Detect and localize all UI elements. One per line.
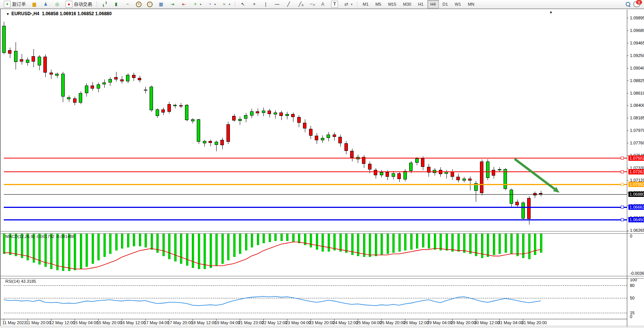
signals-icon-button[interactable]: ◎ xyxy=(52,0,62,9)
timeframe-m5[interactable]: M5 xyxy=(372,0,384,8)
horizontal-line-icon: — xyxy=(274,1,280,7)
auto-scroll-icon-button[interactable]: ⇥ xyxy=(167,0,178,9)
autotrading-button-button[interactable]: ●自动交易 xyxy=(63,0,94,9)
collapse-arrow-icon[interactable]: ▼ xyxy=(6,12,10,16)
new-chart-icon-dropdown[interactable]: ▾ xyxy=(200,3,201,6)
zoom-out-icon-button[interactable]: − xyxy=(145,0,155,9)
bar-chart-icon-button[interactable]: ╻╹ xyxy=(99,0,110,9)
arrows-icon-dropdown[interactable]: ▾ xyxy=(351,3,352,6)
price-tick xyxy=(627,68,628,68)
toolbar-separator xyxy=(357,1,357,7)
price-tick xyxy=(627,105,628,106)
timeframe-d1[interactable]: D1 xyxy=(440,0,451,8)
chart-window[interactable]: ▼EURUSD-,H4 1.06858 1.06916 1.06852 1.06… xyxy=(0,9,644,326)
fibonacci-icon-button[interactable]: ┄F xyxy=(306,0,317,9)
price-tick xyxy=(627,118,628,118)
gold-icon-button[interactable]: ▆ xyxy=(29,0,40,9)
text-label-icon-button[interactable]: T xyxy=(329,0,340,9)
period-icon-dropdown[interactable]: ▾ xyxy=(214,3,216,6)
time-tick-label: 12 May 12:00 xyxy=(49,320,75,325)
time-tick-label: 31 May 20:00 xyxy=(521,320,547,325)
candlestick-chart-icon-button[interactable]: ▮ xyxy=(111,0,121,9)
time-tick-label: 29 May 20:00 xyxy=(451,320,476,325)
tile-windows-icon-button[interactable]: ▦ xyxy=(156,0,166,9)
cursor-icon-button[interactable]: ↖ xyxy=(238,0,248,9)
rsi-axis-label-100: 100 xyxy=(629,277,637,282)
signals-icon: ◎ xyxy=(54,1,60,7)
new-order-button-button[interactable]: +新订单 xyxy=(2,0,28,9)
horizontal-line-icon-button[interactable]: — xyxy=(272,0,282,9)
chat-icon[interactable]: 1 xyxy=(633,1,640,7)
zoom-out-icon: − xyxy=(147,2,153,7)
text-icon-button[interactable]: A xyxy=(317,0,328,9)
text-icon: A xyxy=(320,1,326,7)
timeframe-m1[interactable]: M1 xyxy=(360,0,371,8)
rsi-axis-label-0: 0 xyxy=(629,314,632,319)
timeframe-m15[interactable]: M15 xyxy=(385,0,399,8)
search-icon[interactable] xyxy=(626,2,630,6)
price-tick-label: 1.08610 xyxy=(629,91,644,95)
time-tick-label: 15 May 20:00 xyxy=(97,320,122,325)
indicators-icon: ≈ xyxy=(221,1,227,7)
timeframe-m30[interactable]: M30 xyxy=(400,0,414,8)
candlestick-chart-icon: ▮ xyxy=(113,1,119,7)
indicators-icon-dropdown[interactable]: ▾ xyxy=(229,3,230,6)
new-order-button-label: 新订单 xyxy=(12,1,26,8)
macd-min-label: -0.003666 xyxy=(629,271,644,276)
time-tick-label: 11 May 2023 xyxy=(2,320,26,325)
timeframe-h4[interactable]: H4 xyxy=(427,0,439,8)
vertical-line-icon-button[interactable]: | xyxy=(260,0,271,9)
new-order-button: + xyxy=(4,1,11,8)
price-tick-label: 1.07970 xyxy=(629,128,644,133)
price-tick xyxy=(627,130,628,131)
crosshair-icon-button[interactable]: + xyxy=(249,0,260,9)
price-tick-label: 1.09250 xyxy=(629,53,644,58)
rsi-axis-label-50: 50 xyxy=(629,296,634,300)
autotrading-button: ● xyxy=(65,1,72,8)
indicators-icon-button[interactable]: ≈▾ xyxy=(219,0,233,9)
time-axis-line xyxy=(1,319,627,319)
chart-title: ▼EURUSD-,H4 1.06858 1.06916 1.06852 1.06… xyxy=(6,11,112,16)
arrows-icon-button[interactable]: ⇄▾ xyxy=(341,0,355,9)
channel-icon-button[interactable]: ╱E xyxy=(295,0,305,9)
price-tick-label: 1.09465 xyxy=(629,41,644,45)
chart-shift-icon-button[interactable]: ⇤ xyxy=(179,0,189,9)
main-toolbar: +新订单▆♟◎●自动交易╻╹▮~+−▦⇥⇤+▾◔▾≈▾↖+|—╱╱E┄FAT⇄▾… xyxy=(0,0,644,9)
zoom-in-icon-button[interactable]: + xyxy=(134,0,144,9)
expert-advisor-icon: ♟ xyxy=(43,1,49,7)
timeframe-mn[interactable]: MN xyxy=(465,0,477,8)
channel-icon: ╱E xyxy=(297,1,303,7)
toolbar-right: 1 xyxy=(626,1,642,7)
chart-ohlc-values: 1.06858 1.06916 1.06852 1.06880 xyxy=(42,11,112,16)
pane-separator-1[interactable] xyxy=(1,231,644,234)
new-chart-icon-button[interactable]: +▾ xyxy=(190,0,204,9)
autotrading-button-label: 自动交易 xyxy=(74,1,92,8)
time-tick-label: 18 May 12:00 xyxy=(191,320,217,325)
fibonacci-icon-sub: F xyxy=(313,2,315,8)
resistance-line-1-price-label: 1.07502 xyxy=(628,155,644,161)
timeframe-h1[interactable]: H1 xyxy=(415,0,426,8)
price-tick-label: 1.09040 xyxy=(629,66,644,70)
timeframe-w1[interactable]: W1 xyxy=(452,0,464,8)
price-tick xyxy=(627,180,628,181)
support-line-blue-2-price-label: 1.06450 xyxy=(628,217,644,222)
time-tick-label: 31 May 04:00 xyxy=(498,320,523,325)
chart-symbol-period: EURUSD-,H4 xyxy=(11,11,39,16)
expert-advisor-icon-button[interactable]: ♟ xyxy=(40,0,51,9)
current-price-line-price-label: 1.06880 xyxy=(628,192,644,197)
price-tick xyxy=(627,43,628,43)
time-tick-label: 24 May 12:00 xyxy=(333,320,358,325)
toolbar-separator xyxy=(235,1,235,7)
price-tick-label: 1.08185 xyxy=(629,116,644,120)
time-tick-label: 26 May 12:00 xyxy=(403,320,429,325)
trendline-icon: ╱ xyxy=(285,1,292,7)
channel-icon-sub: E xyxy=(302,2,304,8)
price-tick-label: 1.08825 xyxy=(629,78,644,83)
price-tick-label: 1.06265 xyxy=(629,228,644,233)
period-icon-button[interactable]: ◔▾ xyxy=(204,0,218,9)
price-tick xyxy=(627,93,628,93)
pane-separator-2[interactable] xyxy=(1,276,644,279)
trendline-icon-button[interactable]: ╱ xyxy=(283,0,294,9)
price-tick-label: 1.09895 xyxy=(629,16,644,20)
line-chart-icon-button[interactable]: ~ xyxy=(122,0,133,9)
